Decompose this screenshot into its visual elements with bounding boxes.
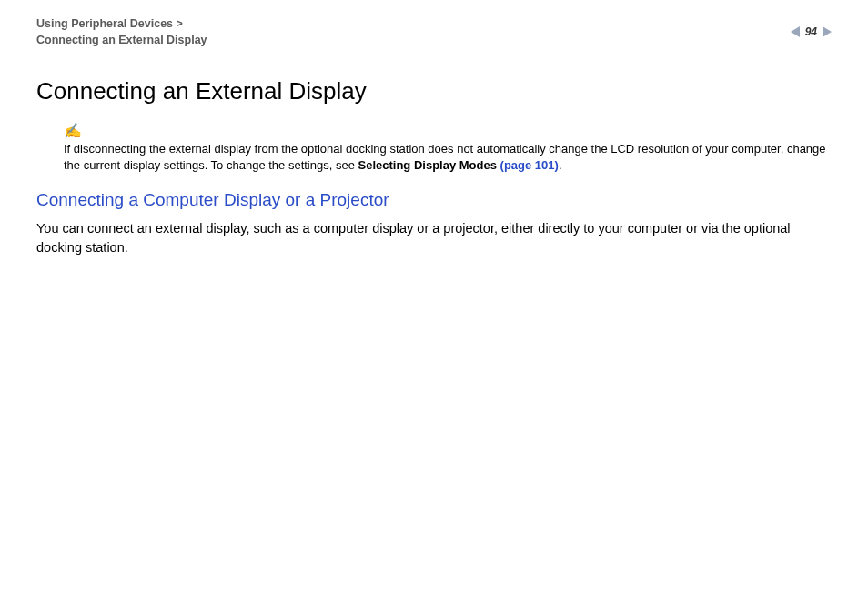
page-nav: 94 bbox=[791, 25, 832, 38]
page-content: Connecting an External Display ✍ If disc… bbox=[0, 55, 868, 256]
note-bold: Selecting Display Modes bbox=[358, 158, 500, 172]
page-title: Connecting an External Display bbox=[36, 77, 832, 106]
note-icon: ✍ bbox=[64, 122, 82, 139]
prev-page-icon[interactable] bbox=[791, 26, 800, 37]
note-block: ✍ If disconnecting the external display … bbox=[36, 122, 832, 174]
note-text: If disconnecting the external display fr… bbox=[64, 141, 832, 174]
next-page-icon[interactable] bbox=[823, 26, 832, 37]
section-heading: Connecting a Computer Display or a Proje… bbox=[36, 190, 832, 210]
breadcrumb-parent[interactable]: Using Peripheral Devices > bbox=[36, 16, 832, 33]
page-number: 94 bbox=[803, 25, 819, 38]
breadcrumb: Using Peripheral Devices > Connecting an… bbox=[36, 16, 832, 48]
note-text-part2: . bbox=[559, 158, 562, 172]
page-header: Using Peripheral Devices > Connecting an… bbox=[0, 0, 868, 55]
note-link[interactable]: (page 101) bbox=[500, 158, 559, 172]
body-paragraph: You can connect an external display, suc… bbox=[36, 219, 832, 256]
breadcrumb-current: Connecting an External Display bbox=[36, 33, 832, 49]
